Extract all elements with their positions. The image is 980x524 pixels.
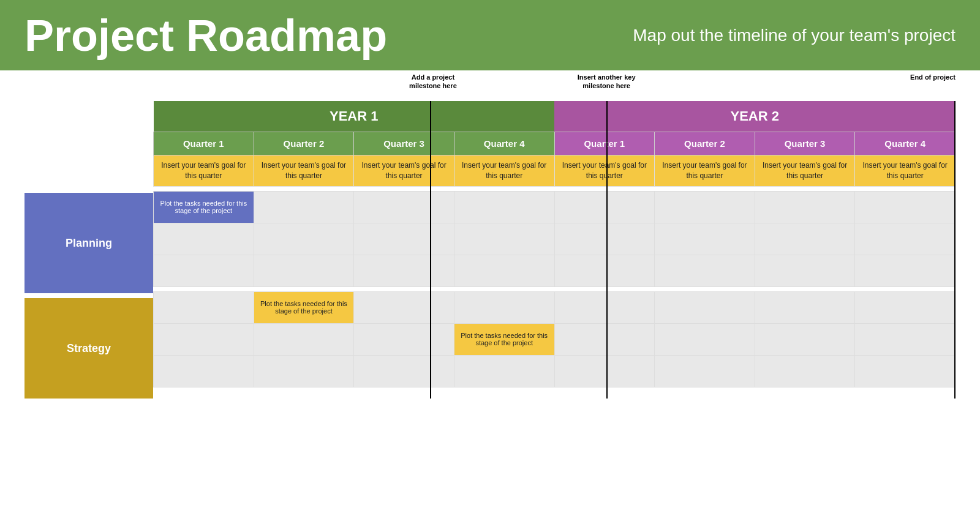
goal-y2-q1[interactable]: Insert your team's goal for this quarter: [554, 155, 655, 187]
strategy-r1-y2q3[interactable]: [755, 291, 855, 323]
goal-y2-q3[interactable]: Insert your team's goal for this quarter: [755, 155, 855, 187]
planning-r2-y2q3[interactable]: [755, 223, 855, 255]
stage-gap-row2: [154, 286, 956, 291]
strategy-r3-q3[interactable]: [354, 355, 454, 387]
planning-label: Planning: [24, 193, 153, 293]
q-y1-q2: Quarter 2: [254, 132, 354, 155]
planning-r3-q2[interactable]: [254, 255, 354, 286]
strategy-label: Strategy: [24, 298, 153, 399]
strategy-r3-y2q2[interactable]: [655, 355, 755, 387]
planning-r1-q3[interactable]: [354, 191, 454, 223]
goal-y2-q4[interactable]: Insert your team's goal for this quarter: [855, 155, 956, 187]
strategy-r3-y2q3[interactable]: [755, 355, 855, 387]
goal-spacer: [24, 156, 153, 188]
planning-row-1: Plot the tasks needed for this stage of …: [154, 191, 956, 223]
planning-r3-q4[interactable]: [454, 255, 554, 286]
planning-r3-q3[interactable]: [354, 255, 454, 286]
planning-r2-q3[interactable]: [354, 223, 454, 255]
quarter-header-row: Quarter 1 Quarter 2 Quarter 3 Quarter 4 …: [154, 132, 956, 155]
planning-r1-y2q3[interactable]: [755, 191, 855, 223]
goal-y2-q2[interactable]: Insert your team's goal for this quarter: [655, 155, 755, 187]
strategy-r2-y2q1[interactable]: [554, 323, 655, 355]
strategy-r2-q2[interactable]: [254, 323, 354, 355]
strategy-r2-y2q4[interactable]: [855, 323, 956, 355]
planning-r1-y2q1[interactable]: [554, 191, 655, 223]
strategy-row-1: Plot the tasks needed for this stage of …: [154, 291, 956, 323]
strategy-r1-q1[interactable]: [154, 291, 254, 323]
planning-r3-y2q4[interactable]: [855, 255, 956, 286]
header-subtitle: Map out the timeline of your team's proj…: [633, 26, 956, 45]
planning-row-2: [154, 223, 956, 255]
year-spacer: [24, 101, 153, 130]
gap-spacer: [24, 188, 153, 193]
quarter-spacer: [24, 130, 153, 156]
strategy-r3-y2q4[interactable]: [855, 355, 956, 387]
planning-r2-q1[interactable]: [154, 223, 254, 255]
strategy-row-2: Plot the tasks needed for this stage of …: [154, 323, 956, 355]
planning-r1-q1[interactable]: Plot the tasks needed for this stage of …: [154, 191, 254, 223]
strategy-r3-q4[interactable]: [454, 355, 554, 387]
q-y1-q1: Quarter 1: [154, 132, 254, 155]
strategy-r1-y2q2[interactable]: [655, 291, 755, 323]
stage-gap-row: [154, 186, 956, 191]
planning-r1-y2q4[interactable]: [855, 191, 956, 223]
q-y2-q2: Quarter 2: [655, 132, 755, 155]
year-header-row: YEAR 1 YEAR 2: [154, 101, 956, 132]
strategy-r3-q1[interactable]: [154, 355, 254, 387]
label-column: Planning Strategy: [24, 101, 153, 399]
year1-header: YEAR 1: [154, 101, 555, 132]
q-y1-q4: Quarter 4: [454, 132, 554, 155]
milestone-area: Add a project milestone here Insert anot…: [153, 70, 956, 101]
planning-r3-q1[interactable]: [154, 255, 254, 286]
milestone-2-label: Insert another key milestone here: [576, 73, 637, 91]
planning-r3-y2q2[interactable]: [655, 255, 755, 286]
roadmap-table: YEAR 1 YEAR 2 Quarter 1 Quarter 2 Quarte…: [153, 101, 956, 387]
planning-r3-y2q1[interactable]: [554, 255, 655, 286]
planning-r2-y2q1[interactable]: [554, 223, 655, 255]
goal-row: Insert your team's goal for this quarter…: [154, 155, 956, 187]
goal-y1-q1[interactable]: Insert your team's goal for this quarter: [154, 155, 254, 187]
q-y2-q3: Quarter 3: [755, 132, 855, 155]
planning-r1-y2q2[interactable]: [655, 191, 755, 223]
q-y2-q1: Quarter 1: [554, 132, 655, 155]
milestone-1-label: Add a project milestone here: [405, 73, 461, 91]
planning-r2-y2q2[interactable]: [655, 223, 755, 255]
planning-r2-q4[interactable]: [454, 223, 554, 255]
strategy-r1-q2[interactable]: Plot the tasks needed for this stage of …: [254, 291, 354, 323]
q-y2-q4: Quarter 4: [855, 132, 956, 155]
strategy-r1-y2q1[interactable]: [554, 291, 655, 323]
planning-r3-y2q3[interactable]: [755, 255, 855, 286]
strategy-r2-q3[interactable]: [354, 323, 454, 355]
planning-r2-y2q4[interactable]: [855, 223, 956, 255]
milestone-3-label: End of project: [894, 73, 956, 81]
planning-r1-q2[interactable]: [254, 191, 354, 223]
header: Project Roadmap Map out the timeline of …: [0, 0, 980, 70]
page-title: Project Roadmap: [24, 13, 387, 58]
strategy-r2-y2q2[interactable]: [655, 323, 755, 355]
planning-r1-q4[interactable]: [454, 191, 554, 223]
planning-r2-q2[interactable]: [254, 223, 354, 255]
strategy-r3-y2q1[interactable]: [554, 355, 655, 387]
goal-y1-q2[interactable]: Insert your team's goal for this quarter: [254, 155, 354, 187]
year2-header: YEAR 2: [554, 101, 956, 132]
strategy-r1-y2q4[interactable]: [855, 291, 956, 323]
strategy-r3-q2[interactable]: [254, 355, 354, 387]
gap-spacer2: [24, 293, 153, 298]
planning-row-3: [154, 255, 956, 286]
strategy-r2-q4[interactable]: Plot the tasks needed for this stage of …: [454, 323, 554, 355]
strategy-r2-y2q3[interactable]: [755, 323, 855, 355]
q-y1-q3: Quarter 3: [354, 132, 454, 155]
goal-y1-q4[interactable]: Insert your team's goal for this quarter: [454, 155, 554, 187]
strategy-r1-q3[interactable]: [354, 291, 454, 323]
strategy-r2-q1[interactable]: [154, 323, 254, 355]
strategy-r1-q4[interactable]: [454, 291, 554, 323]
strategy-row-3: [154, 355, 956, 387]
goal-y1-q3[interactable]: Insert your team's goal for this quarter: [354, 155, 454, 187]
